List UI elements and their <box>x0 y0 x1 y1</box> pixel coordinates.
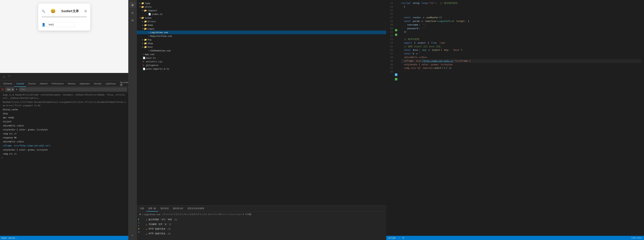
context-dropdown[interactable]: top <box>6 88 14 91</box>
line-num-28: 28 <box>386 56 393 59</box>
folder-shop[interactable]: 📁 Shop <box>137 42 386 45</box>
folder-login[interactable]: 📂 Login <box>137 27 386 30</box>
gutter-square-blue-29 <box>395 74 397 76</box>
folder-home[interactable]: 📁 Home <box>137 23 386 27</box>
device-toggle-icon[interactable]: 📱 <box>6 74 12 79</box>
folder-request[interactable]: 📂 request <box>137 9 386 12</box>
tab-performance[interactable]: Performance <box>50 81 66 87</box>
folder-errors[interactable]: 📁 Errors <box>137 20 386 23</box>
tab-vuln-deps-label: 易受攻击的依赖项 <box>188 207 204 210</box>
issue-item-2[interactable]: ⚠ 无法解析 文件 'q' 31 <box>144 222 385 227</box>
code-content[interactable]: <script setup lang="ts">// 显示组件用法 } cons… <box>398 0 644 236</box>
code-line-22 <box>401 34 641 38</box>
console-line: api ready <box>0 116 128 120</box>
file-app-vue-label: App.vue <box>145 53 154 56</box>
block-icon[interactable]: 🚫 <box>2 88 4 91</box>
file-loginview-vue[interactable]: ✦ LoginView.vue <box>137 30 386 34</box>
code-line-16 <box>401 12 641 16</box>
issue-text-1: 缺少所需的 'alt' 特性 <box>148 218 172 221</box>
tab-network[interactable]: Network <box>38 81 50 87</box>
folder-type[interactable]: 📁 type <box>137 2 386 5</box>
tab-console[interactable]: Console <box>14 81 26 87</box>
console-filter-input[interactable] <box>19 88 127 91</box>
menu-icon[interactable]: ☰ <box>84 10 87 13</box>
tab-elements[interactable]: Elements <box>2 81 14 87</box>
eye-icon[interactable]: 👁 <box>139 213 141 216</box>
issues-tab-vuln-deps[interactable]: 易受攻击的依赖项 <box>186 206 206 212</box>
line-num-31: 31 <box>386 66 393 70</box>
line-num-32: 32 <box>386 70 393 74</box>
issue-count: 4 个问题 <box>243 213 251 216</box>
file-gitignore[interactable]: ⊗ .gitignore <box>137 64 386 67</box>
file-registerview-vue[interactable]: ✦ RegisterView.vue <box>137 34 386 38</box>
line-num-27: 27 <box>386 52 393 56</box>
tab-sources[interactable]: Sources <box>26 81 38 87</box>
grid-icon[interactable]: ⊟ <box>130 17 136 23</box>
middle-panel: ⊞ ◎ ⊟ ⋯ 📁 type 📂 utils 📂 reques <box>128 0 386 240</box>
console-line: <style>div { color: green; }</style> <box>0 128 128 132</box>
issues-tab-server-analysis[interactable]: 服务器分析 <box>171 206 185 212</box>
emoji-icon: 😆 <box>50 9 56 14</box>
gutter-14 <box>395 6 398 10</box>
warning-icon-1: ⚠ <box>146 218 147 221</box>
file-eslintrc[interactable]: ⊗ .eslintrc.cjs <box>137 60 386 64</box>
gutter-indicators <box>395 0 398 236</box>
search-icon[interactable]: 🔍 <box>42 10 45 13</box>
code-line-19: username: '', <box>401 23 641 27</box>
line-num-20: 20 <box>386 27 393 30</box>
issues-tab-project-errors[interactable]: 项目错误 <box>159 206 170 212</box>
browser-header: 🔍 😆 SunHat文库 ☰ <box>42 9 87 14</box>
line-num-17: 17 <box>386 16 393 20</box>
send-icon: ▷ <box>138 224 142 227</box>
console-line-link[interactable]: <iframe src="http://www.iot-wiki.cn"> <box>0 144 128 148</box>
dots-icon[interactable]: ⋯ <box>130 232 136 238</box>
file-auto-imports[interactable]: 📄 auto-imports.d.ts <box>137 67 386 71</box>
warning-icon-4: ⚠ <box>146 232 147 235</box>
folder-views[interactable]: 📂 views <box>137 16 386 20</box>
folder-user[interactable]: 📁 User <box>137 45 386 49</box>
issues-tab-problems[interactable]: 问题 <box>138 206 146 212</box>
file-gsxhomeview[interactable]: ✦ GSXHomeView.vue <box>137 49 386 52</box>
code-line-13: <script setup lang="ts">// 显示组件用法 <box>401 2 641 5</box>
gutter-26 <box>395 59 398 64</box>
folder-utils[interactable]: 📂 utils <box>137 5 386 9</box>
status-text: import · Vue·xss ·... <box>2 237 18 239</box>
folder-home-label: Home <box>148 24 153 26</box>
console-prompt[interactable]: > <box>0 156 128 160</box>
file-tree: 📁 type 📂 utils 📂 request 📄 index.ts <box>137 0 386 205</box>
file-index-ts[interactable]: 📄 index.ts <box>137 12 386 16</box>
code-line-20: password: '' <box>401 27 641 30</box>
bottom-status-bar: import · Vue·xss ·... <box>0 236 128 240</box>
folder-type-label: type <box>145 2 150 4</box>
tab-security[interactable]: Security <box>92 81 104 87</box>
folder-shop-label: Shop <box>148 42 153 45</box>
target-icon[interactable]: ◎ <box>130 10 136 16</box>
browser-card: 🔍 😆 SunHat文库 ☰ 👤 <box>38 4 90 30</box>
files-icon[interactable]: ⊞ <box>130 2 136 8</box>
username-input[interactable] <box>47 22 75 27</box>
folder-views-label: views <box>145 16 152 19</box>
line-num-19: 19 <box>386 23 393 27</box>
issues-tab-files[interactable]: 文件 4 <box>146 206 158 212</box>
tab-application[interactable]: Application <box>78 81 92 87</box>
gutter-16 <box>395 15 398 19</box>
info-icon[interactable]: ℹ <box>138 218 142 221</box>
file-app-vue[interactable]: ✦ App.vue <box>137 52 386 56</box>
code-line-26: const $xss: any = inject( key: '$xss') <box>401 48 641 52</box>
issue-item-4[interactable]: ⚠ HTTP 链接不安全 :29 <box>144 231 385 236</box>
line-num-13: 13 <box>386 2 393 5</box>
eye-toggle-icon[interactable]: 👁 <box>16 88 18 91</box>
file-main-ts[interactable]: 📄 main.ts <box>137 56 386 60</box>
issue-item-3[interactable]: ⚠ HTTP 链接不安全 :29 <box>144 227 385 231</box>
issue-item-1[interactable]: ⚠ 缺少所需的 'alt' 特性 :31 <box>144 217 385 222</box>
line-num-22: 22 <box>386 34 393 38</box>
code-line-15 <box>401 9 641 12</box>
file-eslintrc-label: .eslintrc.cjs <box>145 60 162 63</box>
cursor-inspect-icon[interactable]: ⬚ <box>2 74 6 79</box>
folder-pay[interactable]: 📁 Pay <box>137 38 386 42</box>
line-num-18: 18 <box>386 20 393 23</box>
console-line: Readability(e,t){if(t&&t.documentElement… <box>0 100 128 108</box>
vue-file-icon3: ✦ <box>148 49 150 52</box>
tab-memory[interactable]: Memory <box>66 81 78 87</box>
tab-lighthouse[interactable]: Lighthouse <box>104 81 118 87</box>
